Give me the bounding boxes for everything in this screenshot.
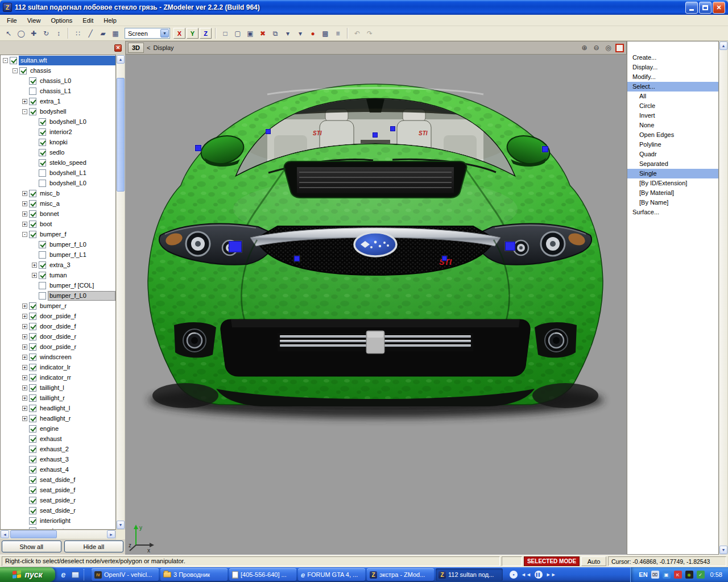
expand-icon[interactable]: + — [22, 211, 27, 217]
visibility-checkbox[interactable] — [29, 384, 36, 392]
visibility-checkbox[interactable] — [29, 425, 36, 433]
minimize-button[interactable] — [685, 2, 698, 14]
player-app-icon[interactable]: ● — [510, 571, 518, 579]
tree-item-boot[interactable]: +boot — [1, 219, 115, 229]
tree-item-interiorlight[interactable]: interiorlight — [1, 516, 115, 526]
menu-item-by-id-extension[interactable]: [By ID/Extension] — [627, 178, 718, 188]
menu-edit[interactable]: Edit — [77, 15, 98, 26]
tree-item-interior2[interactable]: interior2 — [1, 127, 115, 137]
menu-options[interactable]: Options — [46, 15, 77, 26]
visibility-checkbox[interactable] — [29, 313, 36, 320]
screen-space-dropdown[interactable]: Screen ▼ — [125, 28, 170, 39]
tree-item-door-dside-f[interactable]: +door_dside_f — [1, 321, 115, 331]
redo-icon[interactable]: ↷ — [364, 28, 375, 39]
visibility-checkbox[interactable] — [39, 180, 46, 187]
expand-icon[interactable]: + — [22, 201, 27, 206]
tree-item-seat-pside-r[interactable]: seat_pside_r — [1, 495, 115, 505]
orbit-icon[interactable]: ◎ — [603, 43, 613, 53]
tree-item-headlight-r[interactable]: +headlight_r — [1, 413, 115, 423]
selection-marker[interactable] — [294, 256, 300, 261]
menu-item-invert[interactable]: Invert — [627, 111, 718, 120]
selection-marker[interactable] — [229, 241, 242, 252]
menu-item-circle[interactable]: Circle — [627, 101, 718, 111]
tree-item-misc-a[interactable]: +misc_a — [1, 198, 115, 209]
tree-item-headlight-l[interactable]: +headlight_l — [1, 403, 115, 413]
lasso-select-tool-icon[interactable]: ◯ — [15, 28, 27, 39]
visibility-checkbox[interactable] — [39, 128, 46, 136]
expand-icon[interactable]: + — [22, 222, 27, 227]
menu-item-single[interactable]: Single — [627, 169, 718, 178]
tree-item-bumper-r[interactable]: +bumper_r — [1, 301, 115, 311]
collapse-icon[interactable]: - — [3, 58, 8, 63]
security-shield-icon[interactable]: ✓ — [697, 571, 705, 579]
expand-icon[interactable]: + — [22, 385, 27, 390]
menu-help[interactable]: Help — [98, 15, 122, 26]
axis-z-button[interactable]: Z — [200, 28, 212, 39]
tree-item-indicator-lr[interactable]: +indicator_lr — [1, 362, 115, 372]
visibility-checkbox[interactable] — [39, 169, 46, 177]
tree-item-tuman[interactable]: +tuman — [1, 270, 115, 280]
internet-explorer-icon[interactable]: e — [59, 570, 68, 580]
menu-item-separated[interactable]: Separated — [627, 159, 718, 169]
tree-item-door-dside-r[interactable]: +door_dside_r — [1, 331, 115, 342]
menu-item-modify[interactable]: Modify... — [627, 72, 718, 82]
expand-icon[interactable]: + — [22, 334, 27, 339]
media-pause-icon[interactable]: ▌▌ — [535, 571, 543, 579]
vertices-mode-icon[interactable]: ∷ — [72, 28, 84, 39]
tree-item-extra-3[interactable]: +extra_3 — [1, 260, 115, 270]
menu-view[interactable]: View — [22, 15, 46, 26]
expand-icon[interactable]: + — [22, 324, 27, 329]
taskbar-button-5[interactable]: Zэкстра - ZMod... — [367, 568, 434, 581]
visibility-checkbox[interactable] — [29, 394, 36, 402]
expand-icon[interactable]: + — [32, 273, 37, 278]
rotate-tool-icon[interactable]: ↻ — [40, 28, 52, 39]
tree-item-seat-pside-f[interactable]: seat_pside_f — [1, 485, 115, 495]
visibility-checkbox[interactable] — [39, 282, 46, 289]
media-prev-icon[interactable]: ◄◄ — [521, 572, 531, 577]
visibility-checkbox[interactable] — [29, 415, 36, 422]
auto-toggle[interactable]: Auto — [581, 556, 606, 566]
scroll-right-icon[interactable]: ► — [107, 530, 115, 538]
tree-item-bonnet[interactable]: +bonnet — [1, 209, 115, 219]
panel-close-icon[interactable]: ✕ — [114, 44, 122, 52]
selection-marker[interactable] — [390, 126, 395, 131]
menu-item-open-edges[interactable]: Open Edges — [627, 130, 718, 140]
tree-item-chassis-l0[interactable]: chassis_L0 — [1, 76, 115, 86]
tree-item-extra-1[interactable]: +extra_1 — [1, 96, 115, 106]
menu-item-all[interactable]: All — [627, 92, 718, 101]
chevron-down-icon[interactable]: ▼ — [160, 29, 169, 38]
selection-marker[interactable] — [542, 146, 548, 152]
show-desktop-icon[interactable] — [71, 570, 80, 580]
menu-item-display[interactable]: Display... — [627, 63, 718, 72]
visibility-checkbox[interactable] — [29, 354, 36, 361]
viewport-back-arrow[interactable]: < — [147, 44, 150, 51]
tree-item-bumper-f-l0[interactable]: bumper_f_L0 — [1, 290, 115, 301]
visibility-checkbox[interactable] — [39, 241, 46, 248]
expand-icon[interactable]: + — [22, 416, 27, 421]
car-3d-model[interactable]: STI STI — [125, 55, 627, 555]
expand-icon[interactable]: + — [22, 365, 27, 370]
title-bar[interactable]: Z 112 sultan подогнал лобовое стекло гря… — [0, 0, 728, 15]
hide-all-button[interactable]: Hide all — [64, 541, 124, 552]
scroll-down-icon[interactable]: ▼ — [719, 546, 727, 554]
visibility-checkbox[interactable] — [29, 374, 36, 381]
menu-item-by-name[interactable]: [By Name] — [627, 198, 718, 207]
viewport-view-mode[interactable]: Display — [154, 44, 174, 51]
scale-tool-icon[interactable]: ↕ — [53, 28, 64, 39]
visibility-checkbox[interactable] — [39, 251, 46, 259]
close-button[interactable]: ✕ — [713, 2, 725, 14]
menu-file[interactable]: File — [2, 15, 22, 26]
start-button[interactable]: пуск — [0, 567, 55, 582]
tree-item-seat-dside-f[interactable]: seat_dside_f — [1, 475, 115, 485]
visibility-checkbox[interactable] — [29, 507, 36, 514]
select-tool-icon[interactable]: ↖ — [3, 28, 14, 39]
media-next-icon[interactable]: ►► — [546, 572, 556, 577]
selection-marker[interactable] — [505, 242, 515, 251]
zoom-in-icon[interactable]: ⊕ — [580, 43, 589, 53]
visibility-checkbox[interactable] — [39, 159, 46, 167]
menu-item-select[interactable]: Select... — [627, 82, 718, 92]
expand-icon[interactable]: + — [22, 304, 27, 309]
expand-icon[interactable]: + — [22, 99, 27, 104]
tree-item-bumper-f-l1[interactable]: bumper_f_L1 — [1, 250, 115, 260]
visibility-checkbox[interactable] — [29, 343, 36, 351]
